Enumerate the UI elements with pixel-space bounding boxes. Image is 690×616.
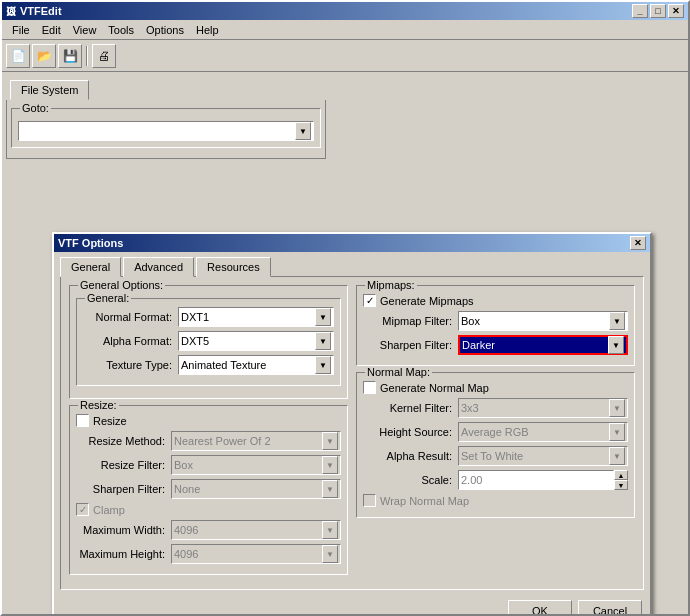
left-panel: File System Goto: ▼ xyxy=(2,72,332,163)
generate-normalmap-checkbox[interactable] xyxy=(363,381,376,394)
maximize-button[interactable]: □ xyxy=(650,4,666,18)
wrap-normalmap-row: Wrap Normal Map xyxy=(363,494,628,507)
tab-resources[interactable]: Resources xyxy=(196,257,271,277)
app-icon: 🖼 xyxy=(6,6,16,17)
height-source-select[interactable]: Average RGB ▼ xyxy=(458,422,628,442)
resize-filter-select[interactable]: Box ▼ xyxy=(171,455,341,475)
goto-legend: Goto: xyxy=(20,102,51,114)
cancel-button[interactable]: Cancel xyxy=(578,600,642,616)
height-source-row: Height Source: Average RGB ▼ xyxy=(363,422,628,442)
resize-sharpen-row: Sharpen Filter: None ▼ xyxy=(76,479,341,499)
alpha-format-select[interactable]: DXT5 ▼ xyxy=(178,331,334,351)
goto-combo-container: ▼ xyxy=(18,121,314,141)
mipmap-sharpen-select[interactable]: Darker ▼ xyxy=(458,335,628,355)
max-width-control: 4096 ▼ xyxy=(171,520,341,540)
scale-control: 2.00 ▲ ▼ xyxy=(458,470,628,490)
texture-type-arrow[interactable]: ▼ xyxy=(315,356,331,374)
max-height-value: 4096 xyxy=(174,548,322,560)
ok-button[interactable]: OK xyxy=(508,600,572,616)
save-button[interactable]: 💾 xyxy=(58,44,82,68)
scale-row: Scale: 2.00 ▲ ▼ xyxy=(363,470,628,490)
alpha-format-arrow[interactable]: ▼ xyxy=(315,332,331,350)
max-width-select[interactable]: 4096 ▼ xyxy=(171,520,341,540)
max-width-row: Maximum Width: 4096 ▼ xyxy=(76,520,341,540)
print-button[interactable]: 🖨 xyxy=(92,44,116,68)
max-height-select[interactable]: 4096 ▼ xyxy=(171,544,341,564)
open-button[interactable]: 📂 xyxy=(32,44,56,68)
resize-method-select[interactable]: Nearest Power Of 2 ▼ xyxy=(171,431,341,451)
clamp-checkbox[interactable] xyxy=(76,503,89,516)
resize-sharpen-value: None xyxy=(174,483,322,495)
mipmap-filter-value: Box xyxy=(461,315,609,327)
right-options-col: Mipmaps: Generate Mipmaps Mipmap Filter: xyxy=(356,285,635,581)
kernel-filter-row: Kernel Filter: 3x3 ▼ xyxy=(363,398,628,418)
normal-format-select[interactable]: DXT1 ▼ xyxy=(178,307,334,327)
general-sub-legend: General: xyxy=(85,292,131,304)
scale-spin-buttons: ▲ ▼ xyxy=(614,470,628,490)
mipmap-filter-arrow[interactable]: ▼ xyxy=(609,312,625,330)
goto-combobox[interactable]: ▼ xyxy=(18,121,314,141)
resize-method-arrow: ▼ xyxy=(322,432,338,450)
menu-edit[interactable]: Edit xyxy=(36,22,67,38)
menu-options[interactable]: Options xyxy=(140,22,190,38)
scale-down-button[interactable]: ▼ xyxy=(614,480,628,490)
alpha-format-value: DXT5 xyxy=(181,335,315,347)
left-options-col: General Options: General: Normal Format:… xyxy=(69,285,348,581)
max-height-arrow: ▼ xyxy=(322,545,338,563)
resize-sharpen-arrow: ▼ xyxy=(322,480,338,498)
resize-filter-label: Resize Filter: xyxy=(76,459,171,471)
wrap-normalmap-checkbox[interactable] xyxy=(363,494,376,507)
menu-file[interactable]: File xyxy=(6,22,36,38)
tab-general[interactable]: General xyxy=(60,257,121,277)
mipmap-filter-label: Mipmap Filter: xyxy=(363,315,458,327)
dialog-close-button[interactable]: ✕ xyxy=(630,236,646,250)
mipmaps-legend: Mipmaps: xyxy=(365,279,417,291)
normal-format-row: Normal Format: DXT1 ▼ xyxy=(83,307,334,327)
new-button[interactable]: 📄 xyxy=(6,44,30,68)
dialog-title: VTF Options xyxy=(58,237,123,249)
resize-checkbox-row: Resize xyxy=(76,414,341,427)
texture-type-select[interactable]: Animated Texture ▼ xyxy=(178,355,334,375)
clamp-label: Clamp xyxy=(93,504,125,516)
texture-type-row: Texture Type: Animated Texture ▼ xyxy=(83,355,334,375)
mipmap-sharpen-label: Sharpen Filter: xyxy=(363,339,458,351)
menu-help[interactable]: Help xyxy=(190,22,225,38)
max-width-label: Maximum Width: xyxy=(76,524,171,536)
goto-dropdown-arrow[interactable]: ▼ xyxy=(295,122,311,140)
normal-format-arrow[interactable]: ▼ xyxy=(315,308,331,326)
minimize-button[interactable]: _ xyxy=(632,4,648,18)
kernel-filter-select[interactable]: 3x3 ▼ xyxy=(458,398,628,418)
vtf-options-dialog: VTF Options ✕ General Advanced Resources… xyxy=(52,232,652,616)
tab-advanced[interactable]: Advanced xyxy=(123,257,194,277)
generate-normalmap-row: Generate Normal Map xyxy=(363,381,628,394)
resize-group: Resize: Resize Resize Method: Near xyxy=(69,405,348,575)
app-title: VTFEdit xyxy=(20,5,62,17)
menu-tools[interactable]: Tools xyxy=(102,22,140,38)
resize-checkbox[interactable] xyxy=(76,414,89,427)
fs-tab-bar: File System xyxy=(6,76,328,100)
max-height-row: Maximum Height: 4096 ▼ xyxy=(76,544,341,564)
alpha-result-select[interactable]: Set To White ▼ xyxy=(458,446,628,466)
alpha-result-value: Set To White xyxy=(461,450,609,462)
resize-method-row: Resize Method: Nearest Power Of 2 ▼ xyxy=(76,431,341,451)
menu-view[interactable]: View xyxy=(67,22,103,38)
generate-mipmaps-checkbox[interactable] xyxy=(363,294,376,307)
normalmap-legend: Normal Map: xyxy=(365,366,432,378)
kernel-filter-arrow: ▼ xyxy=(609,399,625,417)
max-width-value: 4096 xyxy=(174,524,322,536)
mipmap-filter-select[interactable]: Box ▼ xyxy=(458,311,628,331)
mipmap-sharpen-arrow[interactable]: ▼ xyxy=(608,336,624,354)
resize-filter-control: Box ▼ xyxy=(171,455,341,475)
alpha-result-arrow: ▼ xyxy=(609,447,625,465)
close-button[interactable]: ✕ xyxy=(668,4,684,18)
kernel-filter-value: 3x3 xyxy=(461,402,609,414)
dialog-title-bar: VTF Options ✕ xyxy=(54,234,650,252)
menu-bar: File Edit View Tools Options Help xyxy=(2,20,688,40)
resize-sharpen-select[interactable]: None ▼ xyxy=(171,479,341,499)
scale-up-button[interactable]: ▲ xyxy=(614,470,628,480)
toolbar-separator xyxy=(86,46,88,66)
kernel-filter-label: Kernel Filter: xyxy=(363,402,458,414)
tab-filesystem[interactable]: File System xyxy=(10,80,89,100)
mipmap-sharpen-value: Darker xyxy=(462,339,608,351)
height-source-control: Average RGB ▼ xyxy=(458,422,628,442)
